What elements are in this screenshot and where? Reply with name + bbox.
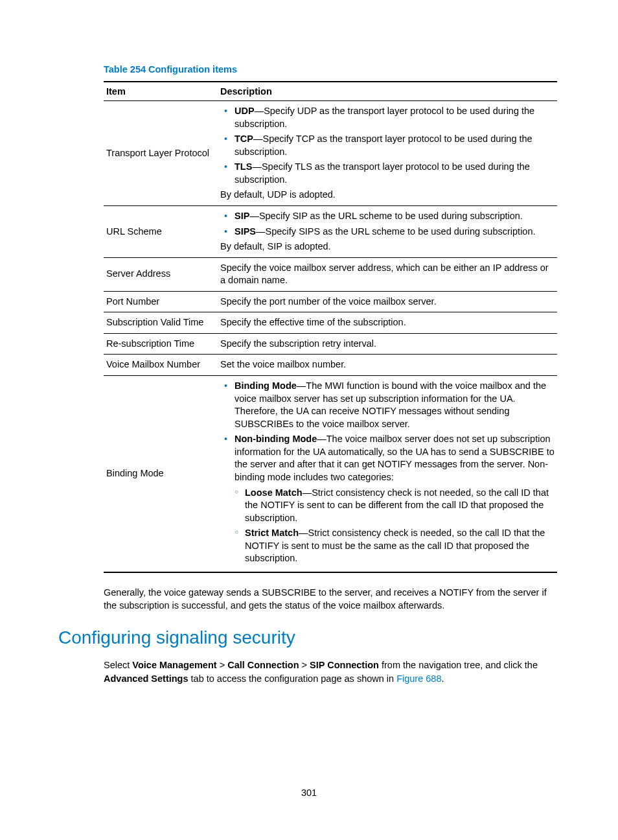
desc-cell: Specify the port number of the voice mai… (218, 291, 557, 312)
config-table: Item Description Transport Layer Protoco… (104, 81, 557, 573)
sub-list-item: Loose Match—Strict consistency check is … (245, 487, 555, 525)
table-row: Voice Mailbox Number Set the voice mailb… (104, 355, 557, 376)
item-cell: Port Number (104, 291, 218, 312)
list-item: SIP—Specify SIP as the URL scheme to be … (235, 210, 555, 223)
th-desc: Description (218, 82, 557, 101)
table-row: Transport Layer Protocol UDP—Specify UDP… (104, 101, 557, 206)
desc-cell: Set the voice mailbox number. (218, 355, 557, 376)
table-row: URL Scheme SIP—Specify SIP as the URL sc… (104, 205, 557, 257)
table-row: Re-subscription Time Specify the subscri… (104, 333, 557, 355)
item-cell: Server Address (104, 257, 218, 291)
item-cell: Re-subscription Time (104, 333, 218, 355)
sub-list-item: Strict Match—Strict consistency check is… (245, 527, 555, 565)
list-item: UDP—Specify UDP as the transport layer p… (235, 105, 555, 130)
list-item: Non-binding Mode—The voice mailbox serve… (235, 433, 555, 565)
item-cell: Voice Mailbox Number (104, 355, 218, 376)
desc-cell: UDP—Specify UDP as the transport layer p… (218, 101, 557, 206)
desc-cell: Specify the effective time of the subscr… (218, 312, 557, 334)
table-caption: Table 254 Configuration items (104, 64, 560, 75)
desc-cell: Specify the subscription retry interval. (218, 333, 557, 355)
desc-cell: Binding Mode—The MWI function is bound w… (218, 376, 557, 572)
body-paragraph: Select Voice Management > Call Connectio… (104, 659, 557, 685)
list-item: TCP—Specify TCP as the transport layer p… (235, 133, 555, 158)
th-item: Item (104, 82, 218, 101)
page-number: 301 (0, 788, 618, 798)
table-row: Binding Mode Binding Mode—The MWI functi… (104, 376, 557, 572)
table-row: Port Number Specify the port number of t… (104, 291, 557, 312)
item-cell: URL Scheme (104, 205, 218, 257)
list-item: SIPS—Specify SIPS as the URL scheme to b… (235, 226, 555, 239)
desc-cell: Specify the voice mailbox server address… (218, 257, 557, 291)
list-item: TLS—Specify TLS as the transport layer p… (235, 161, 555, 186)
default-text: By default, SIP is adopted. (220, 240, 555, 253)
figure-link[interactable]: Figure 688 (396, 673, 441, 684)
default-text: By default, UDP is adopted. (220, 189, 555, 202)
body-paragraph: Generally, the voice gateway sends a SUB… (104, 586, 557, 612)
item-cell: Binding Mode (104, 376, 218, 572)
list-item: Binding Mode—The MWI function is bound w… (235, 380, 555, 430)
table-row: Subscription Valid Time Specify the effe… (104, 312, 557, 334)
item-cell: Subscription Valid Time (104, 312, 218, 334)
desc-cell: SIP—Specify SIP as the URL scheme to be … (218, 205, 557, 257)
table-row: Server Address Specify the voice mailbox… (104, 257, 557, 291)
section-heading: Configuring signaling security (58, 627, 560, 648)
item-cell: Transport Layer Protocol (104, 101, 218, 206)
